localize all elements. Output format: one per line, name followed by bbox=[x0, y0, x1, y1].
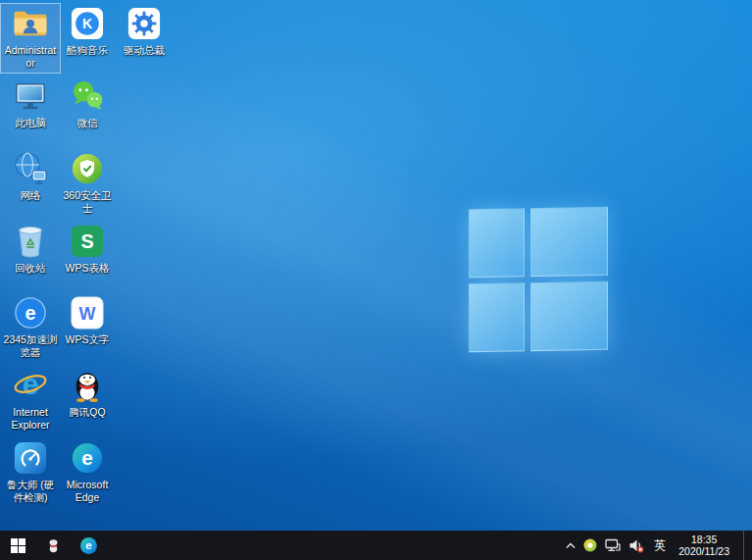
tray-360-icon-button[interactable] bbox=[583, 538, 597, 552]
taskbar: e bbox=[0, 531, 752, 560]
svg-text:e: e bbox=[23, 368, 39, 400]
desktop-icon-this-pc[interactable]: 此电脑 bbox=[1, 76, 60, 141]
browser-2345-icon: e bbox=[14, 296, 47, 330]
desktop-icon-wps-spreadsheet[interactable]: S WPS表格 bbox=[58, 222, 117, 286]
wps-sheet-icon: S bbox=[71, 225, 104, 258]
windows-start-icon bbox=[11, 538, 25, 553]
icon-label: 回收站 bbox=[2, 262, 59, 275]
icon-label: WPS表格 bbox=[59, 262, 116, 275]
windows-logo-pane bbox=[469, 208, 525, 278]
desktop-icon-kugou-music[interactable]: K 酷狗音乐 bbox=[58, 4, 117, 69]
qq-penguin-icon bbox=[71, 368, 104, 403]
desktop-icon-driver-ceo[interactable]: 驱动总裁 bbox=[115, 4, 174, 69]
start-button[interactable] bbox=[0, 531, 35, 560]
windows-logo-pane bbox=[530, 207, 608, 277]
windows-logo-wallpaper bbox=[469, 207, 608, 352]
icon-label: 鲁大师 (硬件检测) bbox=[2, 479, 59, 504]
icon-label: 此电脑 bbox=[2, 117, 59, 129]
desktop-icon-wechat[interactable]: 微信 bbox=[58, 76, 117, 141]
svg-text:W: W bbox=[79, 304, 96, 324]
network-globe-icon bbox=[13, 151, 48, 186]
qq-penguin-icon bbox=[45, 536, 62, 554]
gauge-icon bbox=[14, 441, 47, 475]
user-folder-icon bbox=[13, 9, 48, 38]
icon-label: Microsoft Edge bbox=[59, 479, 116, 504]
chevron-up-icon bbox=[566, 542, 576, 549]
computer-icon bbox=[13, 79, 48, 113]
wechat-icon bbox=[70, 79, 105, 113]
windows-logo-pane bbox=[530, 281, 608, 351]
windows-logo-pane bbox=[469, 282, 525, 352]
desktop-icon-tencent-qq[interactable]: 腾讯QQ bbox=[58, 366, 117, 431]
ime-language-indicator[interactable]: 英 bbox=[652, 537, 668, 554]
icon-label: 驱动总裁 bbox=[116, 44, 173, 57]
network-tray-icon bbox=[605, 538, 621, 552]
shield-icon bbox=[71, 152, 104, 185]
internet-explorer-icon: e bbox=[13, 368, 48, 403]
tray-time: 18:35 bbox=[691, 534, 717, 545]
svg-text:e: e bbox=[85, 538, 92, 551]
taskbar-edge-button[interactable]: e bbox=[71, 531, 106, 560]
edge-icon: e bbox=[79, 536, 98, 555]
icon-label: Internet Explorer bbox=[2, 406, 59, 432]
desktop-icon-2345-browser[interactable]: e 2345加速浏览器 bbox=[1, 293, 60, 362]
tray-network-button[interactable] bbox=[605, 538, 621, 552]
360-tray-icon bbox=[583, 538, 597, 552]
icon-label: Administrator bbox=[2, 44, 59, 70]
desktop-icon-recycle-bin[interactable]: 回收站 bbox=[1, 222, 60, 286]
tray-clock[interactable]: 18:35 2020/11/23 bbox=[676, 534, 732, 557]
speaker-muted-icon bbox=[628, 538, 644, 553]
show-desktop-button[interactable] bbox=[743, 531, 748, 560]
icon-label: 酷狗音乐 bbox=[59, 44, 116, 57]
desktop-icon-wps-writer[interactable]: W WPS文字 bbox=[58, 293, 117, 358]
svg-text:e: e bbox=[81, 446, 93, 469]
system-tray: 英 18:35 2020/11/23 bbox=[566, 531, 752, 560]
desktop-surface[interactable]: Administrator K 酷狗音乐 bbox=[0, 0, 752, 531]
gear-icon bbox=[127, 7, 161, 40]
desktop-icon-internet-explorer[interactable]: e Internet Explorer bbox=[1, 366, 60, 434]
icon-label: 微信 bbox=[59, 117, 116, 129]
icon-label: 网络 bbox=[2, 189, 59, 202]
kugou-icon: K bbox=[71, 7, 104, 40]
svg-text:K: K bbox=[82, 16, 93, 31]
tray-date: 2020/11/23 bbox=[678, 545, 729, 557]
desktop-icon-ludashi[interactable]: 鲁大师 (硬件检测) bbox=[1, 438, 60, 507]
icon-label: 360安全卫士 bbox=[59, 189, 116, 215]
svg-text:e: e bbox=[25, 302, 35, 324]
wps-doc-icon: W bbox=[71, 296, 104, 330]
edge-icon: e bbox=[71, 441, 104, 475]
icon-label: WPS文字 bbox=[59, 333, 116, 346]
icon-label: 2345加速浏览器 bbox=[2, 333, 59, 359]
taskbar-qq-button[interactable] bbox=[35, 531, 71, 560]
desktop-icon-microsoft-edge[interactable]: e Microsoft Edge bbox=[58, 438, 117, 507]
icon-label: 腾讯QQ bbox=[59, 406, 116, 419]
desktop-icon-administrator[interactable]: Administrator bbox=[1, 4, 60, 73]
svg-text:S: S bbox=[80, 230, 93, 252]
tray-volume-button[interactable] bbox=[628, 538, 644, 553]
recycle-bin-icon bbox=[14, 224, 47, 259]
tray-show-hidden-icons[interactable] bbox=[566, 542, 576, 549]
desktop-icon-network[interactable]: 网络 bbox=[1, 149, 60, 214]
desktop-icon-360-safeguard[interactable]: 360安全卫士 bbox=[58, 149, 117, 218]
